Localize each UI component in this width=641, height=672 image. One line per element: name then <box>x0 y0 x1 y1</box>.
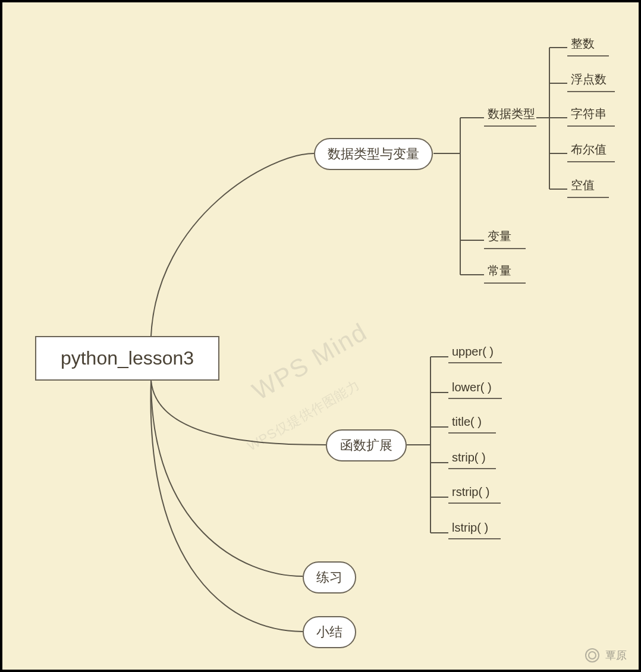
leaf-lower[interactable]: lower( ) <box>448 378 502 399</box>
leaf-constant[interactable]: 常量 <box>484 260 526 284</box>
footer-label: 覃原 <box>605 648 627 662</box>
leaf-title[interactable]: title( ) <box>448 413 496 434</box>
leaf-string[interactable]: 字符串 <box>567 103 615 127</box>
branch-function-ext[interactable]: 函数扩展 <box>326 429 407 461</box>
leaf-strip[interactable]: strip( ) <box>448 448 496 469</box>
branch-summary[interactable]: 小结 <box>303 616 356 648</box>
leaf-upper[interactable]: upper( ) <box>448 343 502 363</box>
branch-label: 练习 <box>316 569 343 586</box>
leaf-boolean[interactable]: 布尔值 <box>567 139 615 162</box>
leaf-lstrip[interactable]: lstrip( ) <box>448 519 501 539</box>
wechat-icon <box>585 648 599 662</box>
leaf-float[interactable]: 浮点数 <box>567 69 615 92</box>
leaf-rstrip[interactable]: rstrip( ) <box>448 483 501 504</box>
root-node[interactable]: python_lesson3 <box>35 336 219 381</box>
root-label: python_lesson3 <box>61 347 194 369</box>
branch-label: 函数扩展 <box>340 437 392 454</box>
branch-practice[interactable]: 练习 <box>303 561 356 594</box>
footer-credit: 覃原 <box>585 648 627 662</box>
leaf-variable[interactable]: 变量 <box>484 226 526 249</box>
leaf-integer[interactable]: 整数 <box>567 33 609 56</box>
leaf-none[interactable]: 空值 <box>567 175 609 198</box>
branch-label: 数据类型与变量 <box>328 145 419 163</box>
branch-label: 小结 <box>316 623 343 641</box>
leaf-data-type[interactable]: 数据类型 <box>484 103 536 127</box>
branch-data-types-variables[interactable]: 数据类型与变量 <box>314 138 433 170</box>
